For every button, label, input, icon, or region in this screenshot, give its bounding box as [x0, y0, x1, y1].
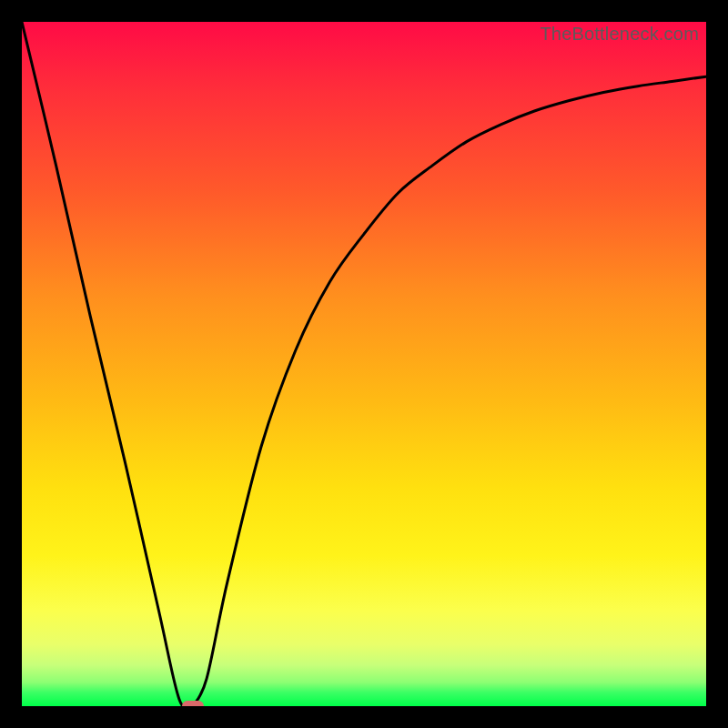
optimal-point-marker	[182, 701, 204, 706]
bottleneck-curve	[22, 22, 706, 706]
chart-frame: TheBottleneck.com	[0, 0, 728, 728]
plot-area: TheBottleneck.com	[22, 22, 706, 706]
attribution-watermark: TheBottleneck.com	[540, 24, 699, 45]
